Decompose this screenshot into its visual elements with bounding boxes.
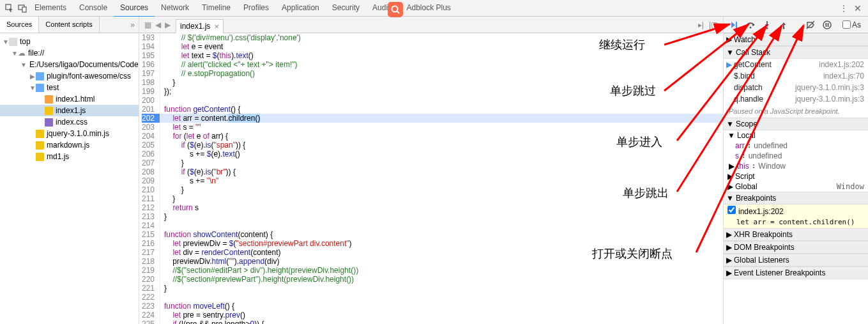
event-listener-breakpoints-header[interactable]: ▶Event Listener Breakpoints — [724, 266, 868, 279]
watch-section-header[interactable]: ▶Watch — [724, 33, 868, 46]
scope-section-header[interactable]: ▼Scope — [724, 118, 868, 130]
scope-variable[interactable]: ▶this: Window — [724, 161, 868, 171]
toggle-panes-icon[interactable]: |▢ — [709, 20, 718, 29]
code-line[interactable]: } — [160, 185, 723, 194]
tree-item[interactable]: index1.js — [0, 105, 139, 116]
main-tab-timeline[interactable]: Timeline — [195, 0, 237, 17]
code-editor[interactable]: 1931941951961971981992002012022032042052… — [139, 33, 723, 324]
history-menu-icon[interactable]: ▦ — [144, 20, 151, 29]
code-line[interactable]: }); — [160, 87, 723, 96]
dom-breakpoints-header[interactable]: ▶DOM Breakpoints — [724, 241, 868, 254]
scope-local-header[interactable]: ▼Local — [724, 130, 868, 141]
breakpoint-item[interactable]: index1.js:202 — [724, 204, 868, 217]
code-line[interactable]: let e = event — [160, 42, 723, 51]
code-line[interactable]: for (let e of arr) { — [160, 132, 723, 141]
main-tab-sources[interactable]: Sources — [114, 0, 155, 17]
tree-item[interactable]: index1.html — [0, 93, 139, 105]
tree-item[interactable]: ▶plugin/font-awesome/css — [0, 70, 139, 82]
xhr-breakpoints-header[interactable]: ▶XHR Breakpoints — [724, 228, 868, 241]
async-checkbox[interactable] — [842, 20, 851, 29]
sidebar-tab-content-scripts[interactable]: Content scripts — [39, 17, 99, 33]
code-line[interactable]: s += "\n" — [160, 176, 723, 185]
code-line[interactable] — [160, 221, 723, 230]
code-line[interactable]: } — [160, 158, 723, 167]
editor-file-tab[interactable]: index1.js × — [176, 19, 224, 33]
main-tab-elements[interactable]: Elements — [28, 0, 73, 17]
code-line[interactable]: let pre = sentry.prev() — [160, 311, 723, 320]
code-line[interactable]: if ($(e).is("br")) { — [160, 167, 723, 176]
tree-item[interactable]: ▼☁file:// — [0, 47, 139, 59]
scope-variable[interactable]: s: undefined — [724, 151, 868, 161]
global-listeners-header[interactable]: ▶Global Listeners — [724, 254, 868, 266]
code-line[interactable]: // e.stopPropagation() — [160, 69, 723, 78]
callstack-frame[interactable]: ▶getContentindex1.js:202 — [724, 59, 868, 70]
code-line[interactable]: let div = renderContent(content) — [160, 248, 723, 257]
menu-icon[interactable]: ⋮ — [840, 4, 848, 13]
tree-item[interactable]: markdown.js — [0, 139, 139, 151]
code-line[interactable]: //$("section#editPart > div").height(pre… — [160, 266, 723, 275]
tree-item[interactable]: jquery-3.1.0.min.js — [0, 128, 139, 139]
close-tab-icon[interactable]: × — [214, 22, 219, 31]
breakpoint-checkbox[interactable] — [727, 206, 736, 214]
nav-back-icon[interactable]: ◀ — [155, 20, 161, 29]
resume-button[interactable] — [729, 20, 739, 30]
step-into-button[interactable] — [762, 20, 772, 30]
code-line[interactable]: } — [160, 194, 723, 203]
inspect-element-icon[interactable] — [4, 3, 15, 14]
step-over-button[interactable] — [745, 20, 756, 30]
svg-rect-3 — [736, 22, 737, 28]
tree-item[interactable]: ▼top — [0, 36, 139, 47]
code-line[interactable]: if ($(e).is("span")) { — [160, 141, 723, 150]
more-tabs-icon[interactable]: » — [126, 17, 139, 33]
code-line[interactable]: } — [160, 78, 723, 87]
code-line[interactable]: } — [160, 284, 723, 293]
main-tab-application[interactable]: Application — [275, 0, 326, 17]
code-line[interactable]: let text = $(this).text() — [160, 51, 723, 60]
show-nav-icon[interactable]: ▸| — [698, 20, 704, 29]
code-line[interactable]: //$("section#previewPart").height(previe… — [160, 275, 723, 284]
deactivate-breakpoints-button[interactable] — [805, 20, 816, 30]
device-toggle-icon[interactable] — [17, 3, 28, 14]
pause-exceptions-button[interactable] — [822, 20, 832, 30]
code-line[interactable]: } — [160, 212, 723, 221]
nav-forward-icon[interactable]: ▶ — [165, 20, 171, 29]
tree-item[interactable]: index.css — [0, 116, 139, 128]
main-tab-profiles[interactable]: Profiles — [237, 0, 275, 17]
devtools-main-tabs: ElementsConsoleSourcesNetworkTimelinePro… — [0, 0, 868, 17]
callstack-frame[interactable]: dispatchjquery-3.1.0.min.js:3 — [724, 82, 868, 93]
search-badge-icon — [388, 2, 403, 17]
callstack-frame[interactable]: q.handlejquery-3.1.0.min.js:3 — [724, 93, 868, 105]
code-line[interactable]: if (!(pre && pre.length>0)) { — [160, 320, 723, 324]
tree-item[interactable]: ▼test — [0, 82, 139, 93]
tree-item[interactable]: ▼E:/Users/ligao/Documents/Code — [0, 59, 139, 70]
editor-pane: ▦ ◀ ▶ index1.js × ▸| |▢ 1931941951961971… — [139, 17, 724, 324]
code-line[interactable]: function moveLeft() { — [160, 302, 723, 311]
callstack-frame[interactable]: $.bindindex1.js:70 — [724, 70, 868, 82]
code-line[interactable]: s += $(e).text() — [160, 150, 723, 158]
close-icon[interactable]: ✕ — [854, 3, 862, 13]
code-line[interactable]: let s = "" — [160, 123, 723, 132]
tree-item[interactable]: md1.js — [0, 151, 139, 162]
scope-script-header[interactable]: ▶Script — [724, 171, 868, 181]
code-line[interactable]: previewDiv.html("").append(div) — [160, 257, 723, 266]
code-line[interactable]: let previewDiv = $("section#previewPart … — [160, 239, 723, 248]
code-line[interactable] — [160, 96, 723, 105]
main-tab-security[interactable]: Security — [326, 0, 366, 17]
async-label: As — [852, 20, 861, 29]
main-tab-console[interactable]: Console — [73, 0, 114, 17]
breakpoints-section-header[interactable]: ▼Breakpoints — [724, 192, 868, 204]
sidebar-tab-sources[interactable]: Sources — [0, 17, 39, 33]
scope-variable[interactable]: arr: undefined — [724, 141, 868, 151]
scope-global-header[interactable]: ▶GlobalWindow — [724, 181, 868, 192]
callstack-section-header[interactable]: ▼Call Stack — [724, 46, 868, 59]
code-line[interactable]: function showContent(content) { — [160, 230, 723, 239]
code-line[interactable]: return s — [160, 203, 723, 212]
code-line[interactable]: // alert("clicked <"+ text +"> item!") — [160, 60, 723, 69]
code-line[interactable]: let arr = content.children() — [160, 114, 723, 123]
main-tab-network[interactable]: Network — [155, 0, 195, 17]
code-line[interactable] — [160, 293, 723, 302]
code-line[interactable]: function getContent() { — [160, 105, 723, 114]
code-line[interactable]: // $('div#menu').css('display','none') — [160, 33, 723, 42]
main-tab-adblock-plus[interactable]: Adblock Plus — [400, 0, 457, 17]
step-out-button[interactable] — [779, 20, 789, 30]
